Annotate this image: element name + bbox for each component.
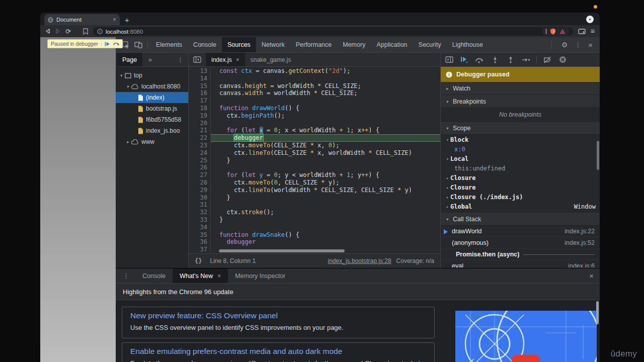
line-number[interactable]: 33 <box>189 216 207 224</box>
line-number[interactable]: 27 <box>189 171 207 179</box>
devtools-tab-lighthouse[interactable]: Lighthouse <box>447 37 489 52</box>
chevron-right-icon[interactable]: ▸ <box>445 185 450 190</box>
code-line[interactable]: } <box>211 216 440 224</box>
code-line[interactable] <box>211 97 440 105</box>
chevron-right-icon[interactable]: ▸ <box>445 195 450 200</box>
code-line[interactable]: } <box>211 194 440 202</box>
line-number[interactable]: 18 <box>189 105 207 112</box>
tab-page[interactable]: Page <box>117 53 142 66</box>
tree-item-index[interactable]: (index) <box>116 92 188 103</box>
deactivate-breakpoints-icon[interactable] <box>539 56 555 63</box>
line-number[interactable]: 34 <box>189 224 207 231</box>
code-line[interactable]: ctx.beginPath(); <box>211 112 440 120</box>
new-tab-button[interactable]: + <box>125 16 129 24</box>
browser-menu-icon[interactable]: ≡ <box>591 28 595 35</box>
navigator-menu-icon[interactable]: ⋮ <box>177 56 184 63</box>
settings-gear-icon[interactable]: ⚙ <box>561 41 568 48</box>
code-line[interactable] <box>211 201 440 209</box>
section-watch[interactable]: ▸ Watch <box>441 82 600 95</box>
code-line[interactable]: debugger <box>211 238 440 246</box>
triangle-extension-icon[interactable] <box>559 29 566 34</box>
code-line[interactable]: for (let y = 0; y < worldWidth + 1; y++)… <box>211 171 440 179</box>
code-line[interactable]: ctx.stroke(); <box>211 209 440 216</box>
code-line[interactable]: } <box>211 157 440 164</box>
code-line[interactable]: canvas.height = worldWidth * CELL_SIZE; <box>211 82 440 90</box>
section-breakpoints[interactable]: ▾ Breakpoints <box>441 95 600 108</box>
line-number[interactable]: 15 <box>189 82 207 90</box>
code-line[interactable] <box>211 224 440 231</box>
line-number[interactable]: 13 <box>189 67 207 75</box>
site-info-icon[interactable] <box>97 29 103 34</box>
tree-item-top[interactable]: ▾top <box>116 70 188 81</box>
devtools-tab-console[interactable]: Console <box>188 37 222 52</box>
line-number[interactable]: 22 <box>189 134 207 142</box>
step-over-button[interactable] <box>471 56 487 63</box>
drawer-close-icon[interactable]: × <box>589 272 594 280</box>
file-tab-snake-game-js[interactable]: snake_game.js <box>245 53 297 66</box>
shield-extension-icon[interactable] <box>550 28 556 35</box>
sidebar-scrollbar[interactable] <box>597 141 599 170</box>
code-line[interactable] <box>211 164 440 171</box>
line-number[interactable]: 21 <box>189 127 207 134</box>
devtools-tab-application[interactable]: Application <box>371 37 413 52</box>
scope-group-closure[interactable]: ▸Closure <box>441 173 600 183</box>
wallet-icon[interactable] <box>578 29 586 34</box>
scope-group-global[interactable]: ▸GlobalWindow <box>441 202 600 211</box>
reload-icon[interactable]: ⟳ <box>65 28 71 35</box>
section-call-stack[interactable]: ▾ Call Stack <box>441 213 600 226</box>
step-into-button[interactable] <box>487 56 503 63</box>
step-button[interactable] <box>518 56 534 63</box>
code-line[interactable]: function drawWorld() { <box>211 105 440 112</box>
devtools-tab-network[interactable]: Network <box>256 37 290 52</box>
device-toolbar-icon[interactable] <box>132 41 145 48</box>
chevron-down-icon[interactable]: ▾ <box>445 137 450 142</box>
whats-new-card-link[interactable]: Enable emulating prefers-contrast media … <box>130 347 426 356</box>
line-number[interactable]: 17 <box>189 97 207 105</box>
tree-item-localhost-8080[interactable]: ▾localhost:8080 <box>116 81 188 92</box>
line-number[interactable]: 14 <box>189 75 207 82</box>
line-number[interactable]: 36 <box>189 238 207 246</box>
resume-script-button[interactable] <box>456 56 471 63</box>
devtools-tab-performance[interactable]: Performance <box>290 37 338 52</box>
devtools-tab-elements[interactable]: Elements <box>150 37 188 52</box>
code-line[interactable]: ctx.lineTo(CELL_SIZE * x, worldWidth * C… <box>211 149 440 157</box>
scope-group-local[interactable]: ▾Local <box>441 154 600 163</box>
code-lines[interactable]: const ctx = canvas.getContext("2d");canv… <box>211 67 440 253</box>
profile-avatar[interactable]: ▾ <box>586 16 594 23</box>
tree-item-bootstrap-js[interactable]: bootstrap.js <box>116 103 188 114</box>
line-number[interactable]: 32 <box>189 209 207 216</box>
code-line[interactable]: const ctx = canvas.getContext("2d"); <box>211 67 440 75</box>
line-number[interactable]: 30 <box>189 194 207 202</box>
tree-item-index-js-boo[interactable]: index_js.boo <box>116 125 188 136</box>
bootstrap-link[interactable]: index_js.bootstrap.js:28 <box>328 257 391 264</box>
tree-item-www[interactable]: ▸www <box>116 136 188 147</box>
line-number[interactable]: 29 <box>189 187 207 194</box>
whats-new-card-link[interactable]: New preview feature: CSS Overview panel <box>130 311 426 320</box>
line-number[interactable]: 26 <box>189 164 207 171</box>
hide-navigator-icon[interactable] <box>193 56 201 63</box>
devtools-menu-icon[interactable]: ⋮ <box>575 42 581 48</box>
code-line[interactable] <box>211 120 440 127</box>
line-number[interactable]: 20 <box>189 120 207 127</box>
resume-script-icon[interactable] <box>105 42 110 46</box>
back-icon[interactable] <box>45 29 50 34</box>
devtools-close-icon[interactable]: × <box>588 41 593 49</box>
code-line-paused[interactable]: debugger <box>211 134 440 142</box>
scope-group-closure-index-js[interactable]: ▸Closure (./index.js) <box>441 192 600 202</box>
call-stack-frame-drawworld[interactable]: drawWorldindex.js:22 <box>441 226 600 237</box>
line-number[interactable]: 23 <box>189 142 207 149</box>
devtools-tab-memory[interactable]: Memory <box>337 37 371 52</box>
code-line[interactable]: ctx.moveTo(CELL_SIZE * x, 0); <box>211 142 440 149</box>
drawer-tab-what-s-new[interactable]: What's New× <box>173 268 228 283</box>
line-number[interactable]: 25 <box>189 157 207 164</box>
chevron-down-icon[interactable]: ▾ <box>445 156 450 161</box>
step-over-icon[interactable] <box>113 42 119 46</box>
scope-group-block[interactable]: ▾Block <box>441 135 600 144</box>
line-number[interactable]: 19 <box>189 112 207 120</box>
code-editor[interactable]: 1314151617181920212223242526272829303132… <box>189 67 440 253</box>
pause-on-exceptions-icon[interactable] <box>555 56 571 63</box>
code-line[interactable]: canvas.width = worldWidth * CELL_SIZE; <box>211 89 440 97</box>
line-number-gutter[interactable]: 1314151617181920212223242526272829303132… <box>189 67 211 253</box>
code-line[interactable]: ctx.moveTo(0, CELL_SIZE * y); <box>211 179 440 187</box>
line-number[interactable]: 24 <box>189 149 207 157</box>
